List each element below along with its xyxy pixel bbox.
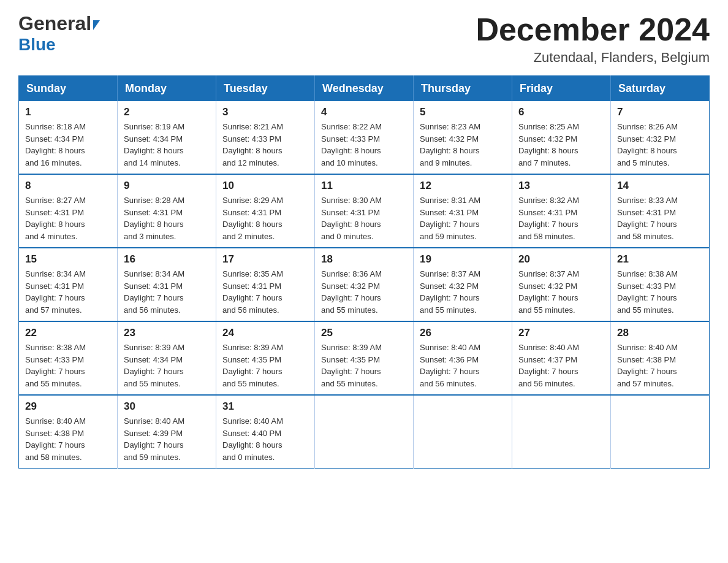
calendar-cell: 15Sunrise: 8:34 AMSunset: 4:31 PMDayligh… (19, 248, 118, 321)
calendar-cell: 10Sunrise: 8:29 AMSunset: 4:31 PMDayligh… (216, 174, 315, 248)
day-number: 22 (25, 327, 111, 339)
title-section: December 2024 Zutendaal, Flanders, Belgi… (476, 12, 710, 66)
day-number: 20 (518, 253, 604, 266)
calendar-cell: 22Sunrise: 8:38 AMSunset: 4:33 PMDayligh… (19, 321, 118, 395)
day-info: Sunrise: 8:40 AMSunset: 4:38 PMDaylight:… (617, 342, 703, 389)
calendar-cell: 24Sunrise: 8:39 AMSunset: 4:35 PMDayligh… (216, 321, 315, 395)
calendar-cell (611, 395, 710, 469)
calendar-cell: 25Sunrise: 8:39 AMSunset: 4:35 PMDayligh… (315, 321, 414, 395)
weekday-header-friday: Friday (512, 76, 611, 102)
calendar-cell: 16Sunrise: 8:34 AMSunset: 4:31 PMDayligh… (118, 248, 216, 321)
day-info: Sunrise: 8:30 AMSunset: 4:31 PMDaylight:… (321, 194, 407, 242)
day-info: Sunrise: 8:32 AMSunset: 4:31 PMDaylight:… (518, 194, 604, 242)
weekday-header-saturday: Saturday (611, 76, 710, 102)
day-info: Sunrise: 8:39 AMSunset: 4:34 PMDaylight:… (124, 342, 210, 389)
calendar-cell: 2Sunrise: 8:19 AMSunset: 4:34 PMDaylight… (118, 101, 216, 174)
day-number: 11 (321, 180, 407, 192)
day-number: 8 (25, 180, 111, 192)
day-info: Sunrise: 8:40 AMSunset: 4:40 PMDaylight:… (222, 415, 308, 463)
day-info: Sunrise: 8:40 AMSunset: 4:37 PMDaylight:… (518, 342, 604, 389)
day-info: Sunrise: 8:40 AMSunset: 4:36 PMDaylight:… (420, 342, 506, 389)
day-info: Sunrise: 8:39 AMSunset: 4:35 PMDaylight:… (321, 342, 407, 389)
calendar-cell: 28Sunrise: 8:40 AMSunset: 4:38 PMDayligh… (611, 321, 710, 395)
day-number: 29 (25, 400, 111, 413)
day-info: Sunrise: 8:26 AMSunset: 4:32 PMDaylight:… (617, 121, 703, 169)
day-info: Sunrise: 8:34 AMSunset: 4:31 PMDaylight:… (25, 268, 111, 316)
day-number: 5 (420, 106, 506, 118)
day-number: 4 (321, 106, 407, 118)
calendar-cell: 18Sunrise: 8:36 AMSunset: 4:32 PMDayligh… (315, 248, 414, 321)
weekday-header-tuesday: Tuesday (216, 76, 315, 102)
day-info: Sunrise: 8:37 AMSunset: 4:32 PMDaylight:… (518, 268, 604, 316)
calendar-cell: 14Sunrise: 8:33 AMSunset: 4:31 PMDayligh… (611, 174, 710, 248)
day-number: 13 (518, 180, 604, 192)
calendar-cell (512, 395, 611, 469)
day-number: 19 (420, 253, 506, 266)
day-number: 21 (617, 253, 703, 266)
week-row-1: 1Sunrise: 8:18 AMSunset: 4:34 PMDaylight… (19, 101, 710, 174)
day-info: Sunrise: 8:35 AMSunset: 4:31 PMDaylight:… (222, 268, 308, 316)
day-number: 3 (222, 106, 308, 118)
day-number: 24 (222, 327, 308, 339)
day-info: Sunrise: 8:23 AMSunset: 4:32 PMDaylight:… (420, 121, 506, 169)
day-number: 1 (25, 106, 111, 118)
weekday-header-wednesday: Wednesday (315, 76, 414, 102)
day-number: 15 (25, 253, 111, 266)
day-info: Sunrise: 8:21 AMSunset: 4:33 PMDaylight:… (222, 121, 308, 169)
week-row-2: 8Sunrise: 8:27 AMSunset: 4:31 PMDaylight… (19, 174, 710, 248)
calendar-cell: 30Sunrise: 8:40 AMSunset: 4:39 PMDayligh… (118, 395, 216, 469)
week-row-4: 22Sunrise: 8:38 AMSunset: 4:33 PMDayligh… (19, 321, 710, 395)
day-number: 2 (124, 106, 210, 118)
week-row-3: 15Sunrise: 8:34 AMSunset: 4:31 PMDayligh… (19, 248, 710, 321)
location: Zutendaal, Flanders, Belgium (476, 50, 710, 66)
calendar-cell: 4Sunrise: 8:22 AMSunset: 4:33 PMDaylight… (315, 101, 414, 174)
calendar-cell (414, 395, 512, 469)
day-number: 17 (222, 253, 308, 266)
calendar-cell: 1Sunrise: 8:18 AMSunset: 4:34 PMDaylight… (19, 101, 118, 174)
calendar-table: SundayMondayTuesdayWednesdayThursdayFrid… (18, 75, 710, 469)
calendar-cell: 26Sunrise: 8:40 AMSunset: 4:36 PMDayligh… (414, 321, 512, 395)
day-number: 10 (222, 180, 308, 192)
day-number: 12 (420, 180, 506, 192)
calendar-cell: 21Sunrise: 8:38 AMSunset: 4:33 PMDayligh… (611, 248, 710, 321)
day-number: 30 (124, 400, 210, 413)
week-row-5: 29Sunrise: 8:40 AMSunset: 4:38 PMDayligh… (19, 395, 710, 469)
calendar-cell: 29Sunrise: 8:40 AMSunset: 4:38 PMDayligh… (19, 395, 118, 469)
weekday-header-row: SundayMondayTuesdayWednesdayThursdayFrid… (19, 76, 710, 102)
calendar-cell: 13Sunrise: 8:32 AMSunset: 4:31 PMDayligh… (512, 174, 611, 248)
calendar-cell: 23Sunrise: 8:39 AMSunset: 4:34 PMDayligh… (118, 321, 216, 395)
day-info: Sunrise: 8:18 AMSunset: 4:34 PMDaylight:… (25, 121, 111, 169)
day-number: 28 (617, 327, 703, 339)
logo-blue: Blue (18, 35, 56, 55)
calendar-cell: 8Sunrise: 8:27 AMSunset: 4:31 PMDaylight… (19, 174, 118, 248)
calendar-cell: 27Sunrise: 8:40 AMSunset: 4:37 PMDayligh… (512, 321, 611, 395)
day-number: 6 (518, 106, 604, 118)
calendar-cell: 7Sunrise: 8:26 AMSunset: 4:32 PMDaylight… (611, 101, 710, 174)
day-info: Sunrise: 8:38 AMSunset: 4:33 PMDaylight:… (25, 342, 111, 389)
day-info: Sunrise: 8:40 AMSunset: 4:39 PMDaylight:… (124, 415, 210, 463)
day-info: Sunrise: 8:19 AMSunset: 4:34 PMDaylight:… (124, 121, 210, 169)
day-number: 31 (222, 400, 308, 413)
logo-triangle-icon (93, 20, 100, 30)
month-title: December 2024 (476, 12, 710, 47)
day-number: 26 (420, 327, 506, 339)
day-info: Sunrise: 8:38 AMSunset: 4:33 PMDaylight:… (617, 268, 703, 316)
day-info: Sunrise: 8:25 AMSunset: 4:32 PMDaylight:… (518, 121, 604, 169)
calendar-cell (315, 395, 414, 469)
day-info: Sunrise: 8:40 AMSunset: 4:38 PMDaylight:… (25, 415, 111, 463)
logo: General Blue (18, 12, 100, 55)
calendar-cell: 9Sunrise: 8:28 AMSunset: 4:31 PMDaylight… (118, 174, 216, 248)
calendar-cell: 6Sunrise: 8:25 AMSunset: 4:32 PMDaylight… (512, 101, 611, 174)
calendar-cell: 31Sunrise: 8:40 AMSunset: 4:40 PMDayligh… (216, 395, 315, 469)
day-number: 14 (617, 180, 703, 192)
page-header: General Blue December 2024 Zutendaal, Fl… (18, 12, 710, 66)
day-number: 18 (321, 253, 407, 266)
day-number: 9 (124, 180, 210, 192)
day-info: Sunrise: 8:28 AMSunset: 4:31 PMDaylight:… (124, 194, 210, 242)
weekday-header-sunday: Sunday (19, 76, 118, 102)
day-info: Sunrise: 8:31 AMSunset: 4:31 PMDaylight:… (420, 194, 506, 242)
day-number: 7 (617, 106, 703, 118)
calendar-cell: 20Sunrise: 8:37 AMSunset: 4:32 PMDayligh… (512, 248, 611, 321)
calendar-cell: 12Sunrise: 8:31 AMSunset: 4:31 PMDayligh… (414, 174, 512, 248)
day-number: 16 (124, 253, 210, 266)
